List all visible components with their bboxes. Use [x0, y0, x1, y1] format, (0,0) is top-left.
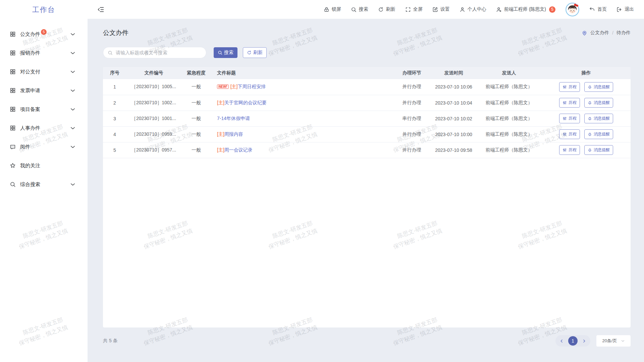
column-header: 文件编号: [126, 67, 181, 79]
lock-icon: [324, 7, 329, 12]
comment-icon: [10, 144, 16, 150]
column-header: 序号: [103, 67, 126, 79]
cell-step: 并行办理: [392, 95, 431, 111]
cell-title: [主]周一会议记录: [211, 142, 392, 158]
chevron-down-icon: [70, 125, 76, 131]
refresh-button[interactable]: 刷新: [243, 47, 267, 58]
star-icon: [10, 163, 16, 169]
topbar: 锁屏搜索刷新全屏设置个人中心前端工程师 (陈思文)5首页退出: [88, 0, 644, 19]
undo-icon: [589, 7, 595, 12]
cell-doc-no: ［20230710］1002...: [126, 95, 181, 111]
doc-tag: [主]: [230, 84, 238, 89]
sidebar-item-docs[interactable]: 公文办件5: [0, 27, 88, 42]
topbar-fullscreen[interactable]: 全屏: [405, 6, 423, 12]
sidebar-item-reimburse[interactable]: 报销办件: [0, 46, 88, 60]
history-button-label: 历程: [569, 147, 577, 153]
topbar-lock[interactable]: 锁屏: [324, 6, 341, 12]
cell-actions: 历程消息提醒: [542, 95, 631, 111]
doc-title-link[interactable]: 下周日程安排: [237, 84, 266, 89]
doc-title-link[interactable]: 7-14年休假申请: [217, 116, 250, 121]
notify-button[interactable]: 消息提醒: [584, 82, 613, 92]
table-body: 1［20230710］1005...一般NEW![主]下周日程安排并行办理202…: [103, 79, 631, 158]
doc-title-link[interactable]: 周报内容: [224, 131, 243, 137]
cell-time: 2023-07-10 10:02: [431, 111, 476, 126]
bell-icon: [588, 101, 592, 105]
refresh-icon: [378, 7, 384, 12]
notify-button[interactable]: 消息提醒: [584, 129, 613, 139]
table-card: 序号文件编号紧急程度文件标题办理环节发送时间发送人操作 1［20230710］1…: [103, 67, 631, 327]
notify-button[interactable]: 消息提醒: [584, 98, 613, 108]
notify-button[interactable]: 消息提醒: [584, 114, 613, 123]
sidebar-item-read[interactable]: 阅件: [0, 139, 88, 154]
topbar-logout[interactable]: 退出: [616, 6, 634, 12]
history-button[interactable]: 历程: [559, 145, 580, 155]
grid-icon: [10, 125, 16, 131]
content-header: 公文办件 公文办件 / 待办件: [103, 25, 631, 40]
sidebar-item-project[interactable]: 项目备案: [0, 102, 88, 117]
chevron-down-icon: [621, 339, 625, 343]
topbar-actions: 锁屏搜索刷新全屏设置个人中心前端工程师 (陈思文)5首页退出: [324, 2, 634, 17]
topbar-profile[interactable]: 个人中心: [460, 6, 486, 12]
topbar-refresh[interactable]: 刷新: [378, 6, 395, 12]
pager: 1: [555, 335, 590, 347]
history-button[interactable]: 历程: [559, 129, 580, 139]
collapse-sidebar-icon[interactable]: [97, 6, 104, 13]
cell-index: 4: [103, 126, 126, 142]
cell-sender: 前端工程师（陈思文）: [476, 79, 542, 95]
sidebar-item-invoice[interactable]: 发票申请: [0, 83, 88, 98]
prev-page-button[interactable]: [559, 339, 564, 343]
sidebar-item-follow[interactable]: 我的关注: [0, 158, 88, 173]
cell-title: [主]周报内容: [211, 126, 392, 142]
grid-icon: [10, 31, 16, 37]
cell-time: 2023-07-10 10:04: [431, 95, 476, 111]
pagination-controls: 1 20条/页: [555, 335, 631, 347]
notify-button-label: 消息提醒: [594, 100, 610, 106]
cell-step: 并行办理: [392, 142, 431, 158]
notify-button[interactable]: 消息提醒: [584, 145, 613, 155]
doc-tag: [主]: [217, 147, 224, 153]
notify-button-label: 消息提醒: [594, 84, 610, 90]
topbar-user[interactable]: 前端工程师 (陈思文)5: [496, 6, 555, 13]
topbar-settings[interactable]: 设置: [432, 6, 450, 12]
table-row: 4［20230710］0959...一般[主]周报内容并行办理2023-07-1…: [103, 126, 631, 142]
cell-sender: 前端工程师（陈思文）: [476, 111, 542, 126]
search-input[interactable]: [116, 50, 202, 55]
table-row: 5［20230710］0957...一般[主]周一会议记录并行办理2023-07…: [103, 142, 631, 158]
cell-doc-no: ［20230710］1005...: [126, 79, 181, 95]
topbar-refresh-label: 刷新: [386, 6, 395, 12]
search-button[interactable]: 搜索: [214, 47, 237, 58]
topbar-search[interactable]: 搜索: [351, 6, 368, 12]
chevron-down-icon: [70, 144, 76, 150]
user-avatar[interactable]: [565, 2, 580, 17]
cell-sender: 前端工程师（陈思文）: [476, 126, 542, 142]
table-row: 2［20230710］1002...一般[主]关于官网的会议纪要并行办理2023…: [103, 95, 631, 111]
sidebar-item-label: 公文办件: [20, 31, 40, 38]
next-page-button[interactable]: [582, 339, 586, 343]
grid-icon: [10, 87, 16, 94]
doc-title-link[interactable]: 关于官网的会议纪要: [224, 100, 267, 105]
chevron-down-icon: [70, 50, 76, 56]
current-page[interactable]: 1: [568, 336, 578, 346]
page-size-select[interactable]: 20条/页: [596, 335, 631, 347]
sidebar-item-combined-search[interactable]: 综合搜索: [0, 177, 88, 192]
topbar-fullscreen-label: 全屏: [413, 6, 423, 12]
search-box: [103, 47, 206, 58]
doc-title-link[interactable]: 周一会议记录: [224, 147, 253, 153]
cell-actions: 历程消息提醒: [542, 126, 631, 142]
breadcrumb-root[interactable]: 公文办件: [590, 30, 609, 36]
grid-icon: [10, 106, 16, 112]
history-button[interactable]: 历程: [559, 98, 580, 108]
sidebar-item-hr[interactable]: 人事办件: [0, 121, 88, 135]
sliders-icon: [562, 116, 567, 121]
cell-index: 5: [103, 142, 126, 158]
cell-urgency: 一般: [181, 142, 211, 158]
sidebar-item-payment[interactable]: 对公支付: [0, 64, 88, 79]
chevron-down-icon: [70, 181, 76, 187]
topbar-profile-label: 个人中心: [468, 6, 486, 12]
history-button[interactable]: 历程: [559, 82, 580, 92]
history-button[interactable]: 历程: [559, 114, 580, 123]
cell-doc-no: ［20230710］1001...: [126, 111, 181, 126]
cell-step: 并行办理: [392, 126, 431, 142]
topbar-home[interactable]: 首页: [589, 6, 607, 12]
refresh-icon: [247, 50, 252, 55]
